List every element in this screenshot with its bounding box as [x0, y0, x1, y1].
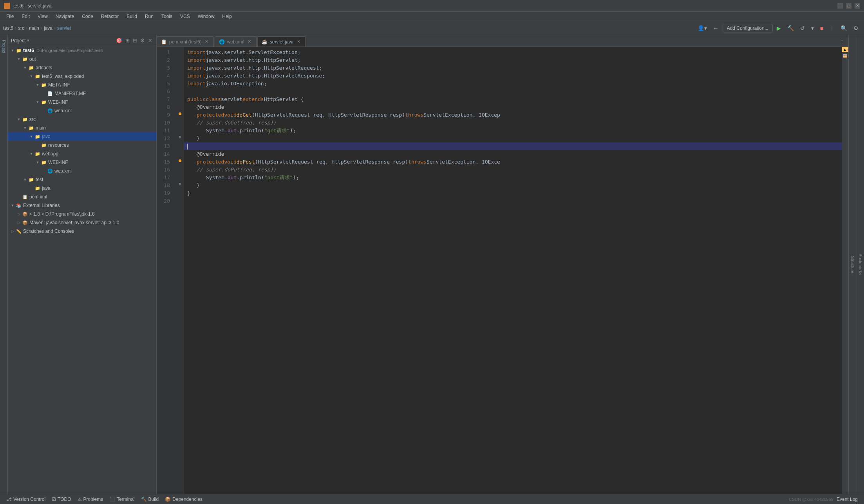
- tree-item-src[interactable]: ▼ 📁 src: [8, 115, 156, 124]
- menu-edit[interactable]: Edit: [18, 13, 33, 20]
- more-run-button[interactable]: ▾: [809, 23, 816, 33]
- menu-build[interactable]: Build: [123, 13, 140, 20]
- bookmarks-panel[interactable]: Bookmarks: [856, 35, 864, 494]
- tree-arrow-scratches[interactable]: ▷: [9, 228, 16, 234]
- tab-close-pom[interactable]: ✕: [204, 39, 210, 45]
- tree-item-web-xml-out[interactable]: ▷ 🌐 web.xml: [8, 106, 156, 115]
- build-button[interactable]: 🔨: [785, 23, 796, 33]
- code-line-12[interactable]: }: [184, 135, 842, 142]
- tab-pom-xml[interactable]: 📋 pom.xml (test6) ✕: [157, 36, 214, 47]
- tree-arrow-out[interactable]: ▼: [16, 56, 22, 62]
- tree-item-java-test[interactable]: ▷ 📁 java: [8, 184, 156, 193]
- code-line-4[interactable]: import javax.servlet.http.HttpServletRes…: [184, 72, 842, 80]
- code-line-8[interactable]: @Override: [184, 103, 842, 111]
- tab-servlet-java[interactable]: ☕ servlet.java ✕: [257, 36, 306, 47]
- tree-arrow-java[interactable]: ▼: [28, 133, 34, 140]
- tool-build[interactable]: 🔨 Build: [138, 496, 162, 503]
- tree-arrow-war-exploded[interactable]: ▼: [28, 73, 34, 79]
- tree-item-jdk[interactable]: ▷ 📦 < 1.8 > D:\ProgramFiles\jdk-1.8: [8, 210, 156, 218]
- fold-icon-18[interactable]: ▼: [179, 182, 181, 186]
- structure-label[interactable]: Structure: [850, 256, 855, 274]
- tree-item-manifest[interactable]: ▷ 📄 MANIFEST.MF: [8, 89, 156, 98]
- tool-version-control[interactable]: ⎇ Version Control: [3, 496, 49, 503]
- tree-arrow-web-inf-out[interactable]: ▼: [34, 99, 41, 105]
- sidebar-action-expand[interactable]: ⊞: [125, 37, 130, 44]
- sidebar-action-settings[interactable]: ⚙: [139, 37, 146, 44]
- code-line-13[interactable]: [184, 142, 842, 150]
- breakpoint-icon-9[interactable]: ●: [179, 111, 181, 116]
- menu-view[interactable]: View: [34, 13, 51, 20]
- stop-button[interactable]: ■: [818, 23, 826, 33]
- tree-arrow-webapp[interactable]: ▼: [28, 151, 34, 157]
- tree-arrow-servlet-api[interactable]: ▷: [16, 220, 22, 226]
- breadcrumb-src[interactable]: src: [18, 25, 24, 31]
- tab-more-button[interactable]: ⋮: [836, 39, 848, 47]
- title-bar-controls[interactable]: ─ □ ✕: [837, 3, 860, 9]
- sidebar-action-collapse[interactable]: ⊟: [132, 37, 138, 44]
- tool-todo[interactable]: ☑ TODO: [49, 496, 74, 503]
- menu-code[interactable]: Code: [79, 13, 96, 20]
- code-line-11[interactable]: System.out.println("get请求");: [184, 127, 842, 135]
- breadcrumb-servlet[interactable]: servlet: [57, 25, 71, 31]
- menu-refactor[interactable]: Refactor: [98, 13, 122, 20]
- tree-item-war-exploded[interactable]: ▼ 📁 test6_war_exploded: [8, 72, 156, 81]
- code-line-5[interactable]: import java.io.IOException;: [184, 80, 842, 88]
- tree-item-main[interactable]: ▼ 📁 main: [8, 124, 156, 132]
- code-line-7[interactable]: public class servlet extends HttpServlet…: [184, 95, 842, 103]
- breakpoint-icon-15[interactable]: ●: [179, 158, 181, 163]
- event-log-button[interactable]: Event Log: [833, 496, 861, 503]
- tree-arrow-meta-inf[interactable]: ▼: [34, 82, 41, 88]
- tree-arrow-main[interactable]: ▼: [22, 125, 28, 131]
- menu-file[interactable]: File: [3, 13, 17, 20]
- warning-count-badge[interactable]: ▲ 4: [842, 47, 848, 52]
- code-line-3[interactable]: import javax.servlet.http.HttpServletReq…: [184, 64, 842, 72]
- tree-item-java[interactable]: ▼ 📁 java: [8, 132, 156, 141]
- breadcrumb-test6[interactable]: test6: [3, 25, 13, 31]
- settings-button[interactable]: ⚙: [851, 23, 861, 33]
- tab-close-web-xml[interactable]: ✕: [247, 39, 252, 45]
- menu-vcs[interactable]: VCS: [177, 13, 193, 20]
- tree-arrow-web-inf-src[interactable]: ▼: [34, 159, 41, 166]
- tree-item-ext-libs[interactable]: ▼ 📚 External Libraries: [8, 201, 156, 210]
- code-line-17[interactable]: System.out.println("post请求");: [184, 174, 842, 182]
- menu-tools[interactable]: Tools: [158, 13, 175, 20]
- tree-item-test[interactable]: ▼ 📁 test: [8, 175, 156, 184]
- tree-item-scratches[interactable]: ▷ ✏️ Scratches and Consoles: [8, 227, 156, 236]
- tool-problems[interactable]: ⚠ Problems: [74, 496, 107, 503]
- tab-web-xml[interactable]: 🌐 web.xml ✕: [215, 36, 257, 47]
- code-line-18[interactable]: }: [184, 182, 842, 189]
- tab-close-servlet[interactable]: ✕: [296, 39, 301, 45]
- back-button[interactable]: ←: [711, 23, 721, 33]
- sidebar-action-close[interactable]: ✕: [147, 37, 153, 44]
- tree-item-out[interactable]: ▼ 📁 out: [8, 55, 156, 63]
- menu-window[interactable]: Window: [195, 13, 218, 20]
- tool-terminal[interactable]: ⬛ Terminal: [106, 496, 137, 503]
- bookmarks-label[interactable]: Bookmarks: [858, 254, 863, 275]
- tree-item-meta-inf[interactable]: ▼ 📁 META-INF: [8, 81, 156, 89]
- sidebar-dropdown-icon[interactable]: ▾: [27, 38, 29, 43]
- tree-item-test6[interactable]: ▼ 📁 test6 D:\ProgramFiles\javaProjects\t…: [8, 46, 156, 55]
- run-button[interactable]: ▶: [774, 23, 783, 33]
- tree-item-web-inf-src[interactable]: ▼ 📁 WEB-INF: [8, 158, 156, 167]
- structure-panel[interactable]: Structure: [848, 35, 856, 494]
- search-button[interactable]: 🔍: [838, 23, 850, 33]
- tree-item-web-inf-out[interactable]: ▼ 📁 WEB-INF: [8, 98, 156, 106]
- tree-item-webapp[interactable]: ▼ 📁 webapp: [8, 149, 156, 158]
- sidebar-action-locate[interactable]: 🎯: [115, 37, 123, 44]
- tree-arrow-artifacts[interactable]: ▼: [22, 65, 28, 71]
- tree-item-artifacts[interactable]: ▼ 📁 artifacts: [8, 63, 156, 72]
- tree-item-servlet-api[interactable]: ▷ 📦 Maven: javax.servlet:javax.servlet-a…: [8, 218, 156, 227]
- fold-icon-12[interactable]: ▼: [179, 135, 181, 139]
- tree-item-pom[interactable]: ▷ 📋 pom.xml: [8, 193, 156, 201]
- tree-item-web-xml-src[interactable]: ▷ 🌐 web.xml: [8, 167, 156, 175]
- tree-item-resources[interactable]: ▷ 📁 resources: [8, 141, 156, 149]
- menu-help[interactable]: Help: [219, 13, 235, 20]
- code-line-6[interactable]: [184, 88, 842, 95]
- minimize-button[interactable]: ─: [837, 3, 843, 9]
- tree-arrow-test6[interactable]: ▼: [9, 47, 16, 54]
- code-line-20[interactable]: [184, 197, 842, 205]
- code-line-15[interactable]: protected void doPost (HttpServletReques…: [184, 158, 842, 166]
- code-line-1[interactable]: import javax.servlet.ServletException;: [184, 49, 842, 56]
- project-side-icon[interactable]: Project: [1, 38, 7, 55]
- code-line-10[interactable]: // super.doGet(req, resp);: [184, 119, 842, 127]
